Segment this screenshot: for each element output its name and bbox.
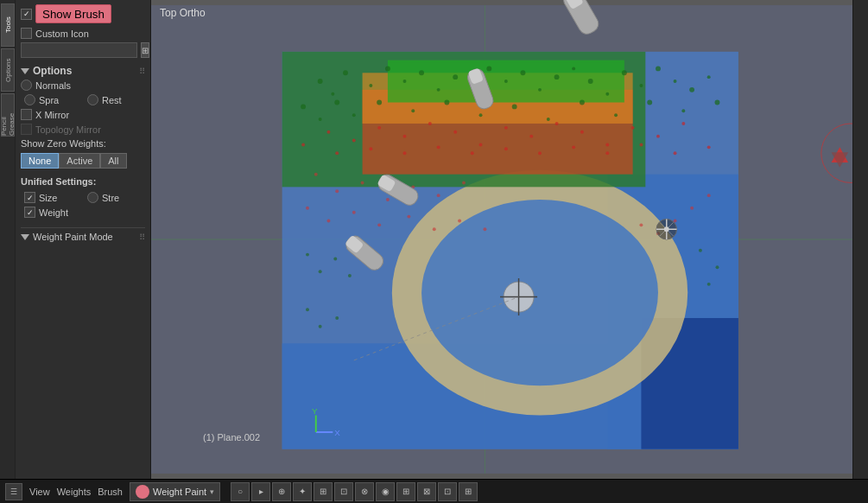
- svg-point-75: [572, 145, 575, 149]
- normals-row: Normals: [21, 79, 145, 92]
- rest-radio[interactable]: [87, 94, 98, 105]
- svg-point-18: [403, 80, 407, 83]
- zero-active-button[interactable]: Active: [59, 153, 100, 169]
- svg-point-74: [538, 151, 542, 155]
- weights-label[interactable]: Weights: [57, 487, 92, 497]
- size-checkbox[interactable]: [24, 192, 35, 203]
- custom-icon-checkbox[interactable]: [21, 28, 32, 39]
- weight-paint-mode-label: Weight Paint Mode: [33, 232, 113, 242]
- svg-point-57: [453, 131, 457, 134]
- tool-btn-1[interactable]: ○: [231, 482, 250, 501]
- svg-point-34: [674, 80, 677, 83]
- spra-rest-row: Spra Rest: [24, 93, 145, 106]
- custom-icon-input[interactable]: [21, 42, 137, 58]
- custom-icon-row: Custom Icon: [21, 28, 145, 39]
- svg-point-53: [352, 139, 356, 143]
- zero-all-button[interactable]: All: [100, 153, 126, 169]
- mode-text: Weight Paint: [153, 487, 206, 497]
- svg-point-49: [647, 100, 652, 105]
- tool-btn-7[interactable]: ⊗: [355, 482, 374, 501]
- svg-point-59: [504, 126, 508, 130]
- viewport[interactable]: Top Ortho: [151, 0, 852, 479]
- weight-paint-mode-triangle: [21, 234, 29, 240]
- tool-btn-9[interactable]: ⊞: [396, 482, 415, 501]
- brush-label[interactable]: Brush: [98, 487, 123, 497]
- svg-point-23: [486, 66, 491, 71]
- svg-point-33: [656, 66, 661, 71]
- options-title: Options: [33, 65, 72, 77]
- size-label: Size: [39, 193, 57, 203]
- bottom-tools: ○ ▸ ⊕ ✦ ⊞ ⊡ ⊗ ◉ ⊞ ⊠ ⊡ ⊞: [231, 482, 478, 501]
- x-mirror-checkbox[interactable]: [21, 109, 32, 120]
- svg-point-96: [690, 207, 694, 210]
- svg-point-72: [471, 151, 474, 155]
- mode-selector[interactable]: Weight Paint ▾: [130, 482, 220, 501]
- topology-mirror-label: Topology Mirror: [35, 124, 101, 135]
- zero-weights-label: Show Zero Weights:: [21, 138, 106, 149]
- topology-mirror-checkbox: [21, 124, 32, 135]
- tool-btn-12[interactable]: ⊞: [459, 482, 478, 501]
- svg-point-24: [504, 80, 508, 83]
- svg-point-77: [639, 143, 643, 146]
- plane-info: (1) Plane.002: [203, 432, 260, 443]
- svg-point-46: [547, 118, 550, 121]
- svg-point-21: [453, 74, 458, 80]
- tab-options[interactable]: Options: [1, 48, 15, 92]
- svg-text:Y: Y: [312, 406, 318, 416]
- svg-text:X: X: [334, 428, 340, 437]
- show-brush-checkbox[interactable]: [21, 9, 32, 20]
- svg-point-37: [301, 104, 306, 109]
- svg-point-103: [348, 274, 352, 277]
- spra-radio[interactable]: [24, 94, 35, 105]
- show-brush-button[interactable]: Show Brush: [35, 4, 111, 23]
- svg-point-100: [306, 253, 309, 257]
- svg-point-25: [521, 70, 526, 75]
- tool-btn-4[interactable]: ✦: [293, 482, 312, 501]
- zero-weights-label-row: Show Zero Weights:: [21, 137, 145, 150]
- svg-point-60: [529, 135, 533, 138]
- custom-icon-browse[interactable]: ⊞: [141, 42, 149, 58]
- stre-radio[interactable]: [87, 192, 98, 203]
- svg-point-92: [433, 227, 436, 231]
- weight-checkbox[interactable]: [24, 207, 35, 218]
- svg-point-20: [437, 88, 440, 92]
- svg-point-36: [707, 75, 711, 79]
- tab-grease-pencil[interactable]: Grease Pencil: [1, 93, 15, 137]
- status-menu-icon[interactable]: ☰: [5, 483, 22, 500]
- svg-point-108: [306, 308, 309, 311]
- svg-point-43: [444, 100, 449, 105]
- normals-label: Normals: [35, 80, 71, 91]
- tool-btn-2[interactable]: ▸: [251, 482, 270, 501]
- svg-point-82: [361, 181, 364, 184]
- tool-btn-8[interactable]: ◉: [376, 482, 395, 501]
- svg-point-94: [483, 227, 486, 231]
- x-mirror-row: X Mirror: [21, 108, 145, 121]
- weight-label: Weight: [39, 207, 68, 218]
- options-section-header[interactable]: Options ⠿: [21, 65, 145, 77]
- mode-chevron: ▾: [210, 487, 214, 496]
- svg-point-66: [681, 122, 685, 125]
- tool-btn-6[interactable]: ⊡: [334, 482, 353, 501]
- svg-point-109: [319, 325, 322, 328]
- tool-btn-11[interactable]: ⊡: [438, 482, 457, 501]
- svg-point-105: [699, 249, 702, 252]
- tab-tools[interactable]: Tools: [1, 3, 15, 47]
- zero-none-button[interactable]: None: [21, 153, 59, 169]
- svg-point-47: [580, 100, 585, 105]
- zero-weights-group: None Active All: [21, 153, 145, 169]
- unified-grid: Size Stre Weight: [24, 191, 145, 219]
- svg-point-15: [343, 70, 348, 75]
- svg-point-62: [580, 131, 584, 134]
- svg-point-55: [403, 135, 407, 138]
- tool-btn-3[interactable]: ⊕: [272, 482, 291, 501]
- tool-btn-10[interactable]: ⊠: [417, 482, 436, 501]
- svg-point-30: [605, 92, 609, 96]
- view-label[interactable]: View: [29, 487, 50, 497]
- normals-radio[interactable]: [21, 80, 32, 91]
- svg-point-52: [326, 131, 330, 134]
- vertical-tabs: Tools Options Grease Pencil: [0, 0, 16, 479]
- stre-label: Stre: [102, 193, 119, 203]
- svg-point-27: [554, 74, 560, 80]
- tool-btn-5[interactable]: ⊞: [314, 482, 333, 501]
- options-triangle: [21, 68, 29, 74]
